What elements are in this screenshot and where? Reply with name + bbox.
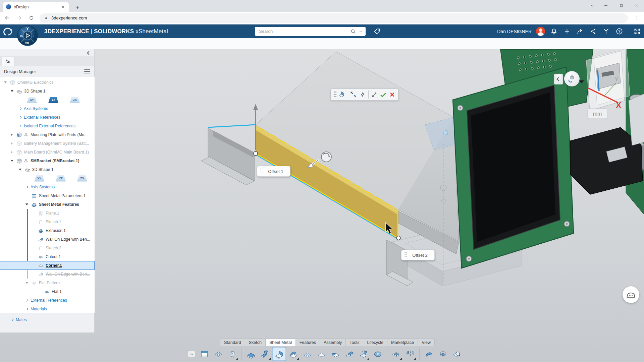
left-channel-wall[interactable] (201, 125, 256, 185)
hud-wall-on-edge-icon[interactable] (338, 90, 347, 99)
ribbon-tab-tools[interactable]: Tools (345, 339, 363, 346)
cancel-x-icon[interactable] (388, 90, 397, 99)
tree-item-corner1-selected[interactable]: Corner.1 (0, 261, 95, 270)
ribbon-tab-sketch[interactable]: Sketch (245, 339, 265, 346)
panel-menu-icon[interactable] (84, 69, 90, 73)
ribbon-tab-features[interactable]: Features (296, 339, 320, 346)
plane-yz-icon-selected[interactable]: YZ (48, 97, 58, 103)
examine-icon[interactable] (450, 347, 464, 361)
support-chat-button[interactable] (623, 286, 639, 303)
tab-search-chevron[interactable] (585, 0, 600, 11)
search-input[interactable] (259, 29, 350, 34)
ribbon-tab-assembly[interactable]: Assembly (320, 339, 345, 346)
tree-item-sheet-metal-features[interactable]: Sheet Metal Features (0, 200, 95, 209)
tree-item-wall-on-edge2-suppressed[interactable]: Wall On Edge with Ben... (0, 270, 95, 279)
fullscreen-icon[interactable] (633, 27, 641, 36)
ribbon-tab-sheet-metal-active[interactable]: Sheet Metal (265, 339, 296, 346)
window-minimize-button[interactable] (598, 0, 613, 11)
search-icon[interactable] (350, 28, 356, 35)
tree-item-extrusion1[interactable]: Extrusion.1 (0, 226, 95, 235)
plane-yz-icon[interactable]: YZ (56, 175, 66, 182)
tree-item-external-references-inner[interactable]: External References (0, 296, 95, 305)
tree-item-wall-on-edge1[interactable]: Wall On Edge with Ben... (0, 235, 95, 244)
expand-dialog-icon[interactable] (370, 90, 379, 99)
assistant-dropdown-icon[interactable] (579, 80, 584, 83)
tree-item-mates[interactable]: Mates (0, 315, 94, 324)
add-icon[interactable] (562, 27, 571, 36)
convert-to-sheet-metal-icon[interactable] (436, 347, 450, 361)
window-maximize-button[interactable] (614, 0, 629, 11)
tree-item-axis-systems-inner[interactable]: Axis Systems (0, 183, 95, 191)
cutout-icon[interactable] (300, 347, 314, 361)
wall-on-edge-icon-active[interactable] (272, 347, 286, 361)
offset2-drag-dots-icon[interactable] (404, 252, 407, 258)
help-icon[interactable]: ? (615, 27, 624, 36)
tree-item-isolated-external-references[interactable]: Isolated External References (0, 122, 95, 130)
tree-item-sketch2[interactable]: Sketch.2 (0, 244, 95, 252)
display-board[interactable] (453, 67, 574, 268)
ribbon-tab-marketplace[interactable]: Marketplace (387, 339, 418, 346)
tree-item-axis-systems[interactable]: Axis Systems (0, 104, 95, 113)
mirror-icon[interactable] (403, 347, 417, 361)
sheet-metal-parameters-icon[interactable] (197, 347, 211, 361)
flip-direction-icon[interactable] (349, 90, 358, 99)
tree-item-sheet-metal-parameters[interactable]: Sheet Metal Parameters.1 (0, 191, 95, 200)
url-field[interactable]: 3dexperience.com (40, 13, 628, 23)
swept-flange-icon[interactable] (286, 347, 300, 361)
sketched-bend-icon[interactable] (258, 347, 272, 361)
corner-icon[interactable] (314, 347, 328, 361)
plane-zx-icon[interactable]: ZX (77, 175, 87, 182)
notifications-bell-icon[interactable] (549, 27, 558, 36)
tab-design-tree[interactable] (2, 57, 14, 66)
browser-tab[interactable]: xDesign (3, 2, 69, 12)
fold-icon[interactable] (357, 347, 371, 361)
user-avatar[interactable] (536, 27, 545, 36)
new-tab-button[interactable] (73, 3, 82, 11)
form-tool-icon[interactable] (371, 347, 385, 361)
reload-icon[interactable] (26, 13, 36, 23)
assistant-robot-button[interactable] (564, 71, 580, 86)
sidebar-collapse-icon[interactable] (86, 51, 92, 55)
community-swym-icon[interactable] (602, 27, 610, 36)
feature-hud-toolbar[interactable] (331, 88, 398, 101)
hem-icon[interactable] (328, 347, 342, 361)
share-arrow-icon[interactable] (576, 27, 584, 36)
tree-item-flat1[interactable]: Flat.1 (0, 287, 95, 296)
window-close-button[interactable] (629, 0, 644, 11)
tree-item-sketch1[interactable]: Sketch.1 (0, 218, 95, 226)
search-options-chevron-icon[interactable] (358, 29, 364, 34)
tree-item-materials[interactable]: Materials (0, 305, 95, 313)
tab-flange-icon[interactable] (244, 347, 258, 361)
pattern-icon[interactable] (389, 347, 403, 361)
freeform-bend-icon[interactable] (422, 347, 436, 361)
compass-menu-button[interactable]: 3D i V.R (17, 25, 38, 46)
share-nodes-icon[interactable] (589, 27, 597, 36)
tree-item-3d-shape-1[interactable]: 3D Shape 1 (0, 87, 95, 96)
jog-icon[interactable] (342, 347, 357, 361)
tab-close-icon[interactable] (60, 4, 66, 10)
offset1-drag-dots-icon[interactable] (260, 168, 263, 175)
tree-item-external-references[interactable]: External References (0, 113, 95, 122)
browser-menu-icon[interactable] (633, 14, 641, 22)
ribbon-tab-view[interactable]: View (418, 339, 435, 346)
global-search[interactable] (255, 27, 366, 36)
offset2-input-label[interactable]: Offset 2 (401, 250, 435, 260)
tree-item-plane1[interactable]: Plane.1 (0, 209, 95, 218)
tree-item-main-board[interactable]: Main Board (OhmMG Main Board.1) (0, 148, 95, 157)
tag-search-button[interactable] (372, 27, 382, 36)
tree-item-cutout1[interactable]: Cutout.1 (0, 252, 95, 261)
plane-zx-icon[interactable]: ZX (70, 97, 80, 103)
offset1-input-label[interactable]: Offset 1 (257, 166, 290, 177)
viewport-collapse-button[interactable] (554, 74, 563, 84)
tree-item-smbracket[interactable]: SMBracket (SMBracket.1) (0, 157, 95, 165)
toolbar-expander-icon[interactable] (188, 351, 195, 357)
plane-xy-icon[interactable]: XY (27, 97, 37, 103)
flat-pattern-preview-icon[interactable] (211, 347, 225, 361)
ok-check-icon[interactable] (379, 90, 388, 99)
ribbon-tab-lifecycle[interactable]: Lifecycle (363, 339, 387, 346)
reference-plane-icon[interactable] (225, 347, 239, 361)
tree-item-battery-management[interactable]: Battery Management System (Batt... (0, 139, 95, 148)
tree-item-mounting-plate[interactable]: Mounting Plate with Ports (Mo... (0, 130, 95, 139)
tree-item-ohmmg-electronics[interactable]: OhmMG Electronics (0, 78, 95, 87)
back-icon[interactable] (2, 13, 12, 23)
